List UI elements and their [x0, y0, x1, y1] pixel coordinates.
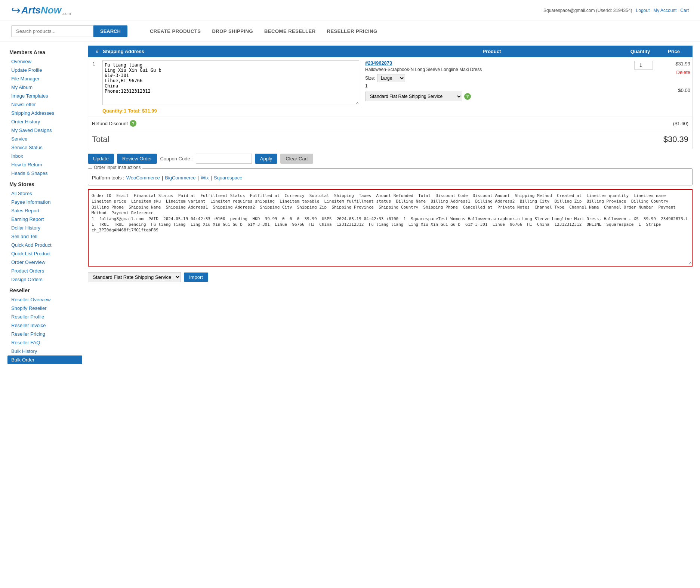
sidebar-item-quick-list-product[interactable]: Quick List Product	[7, 249, 82, 258]
sidebar-item-all-stores[interactable]: All Stores	[7, 189, 82, 198]
logo: ↪ Arts Now .com	[11, 4, 71, 17]
sidebar-item-reseller-profile[interactable]: Reseller Profile	[7, 313, 82, 321]
total-amount: $30.39	[663, 135, 688, 144]
sidebar-item-bulk-order[interactable]: Bulk Order	[7, 355, 82, 364]
sidebar-item-bulk-history[interactable]: Bulk History	[7, 347, 82, 355]
sidebar-item-order-history[interactable]: Order History	[7, 117, 82, 126]
item-price: $31.99	[675, 61, 690, 67]
logo-com-text: .com	[62, 11, 71, 16]
logout-link[interactable]: Logout	[636, 8, 650, 13]
platform-bigcommerce[interactable]: BigCommerce	[165, 175, 195, 181]
sidebar-item-payee-information[interactable]: Payee Information	[7, 198, 82, 206]
instructions-inner: Platform tools : WooCommerce | BigCommer…	[88, 170, 692, 185]
coupon-input[interactable]	[196, 154, 252, 164]
sidebar-item-file-manager[interactable]: File Manager	[7, 74, 82, 83]
sidebar-item-sales-report[interactable]: Sales Report	[7, 206, 82, 215]
size-row: Size: Large Small Medium XL	[365, 74, 622, 82]
size-select[interactable]: Large Small Medium XL	[377, 74, 405, 82]
nav-become-reseller[interactable]: BECOME RESELLER	[264, 28, 316, 34]
order-data-textarea[interactable]	[89, 190, 692, 265]
import-row: Standard Flat Rate Shipping Service Impo…	[88, 270, 693, 284]
sidebar-item-quick-add-product[interactable]: Quick Add Product	[7, 241, 82, 249]
sidebar-item-my-saved-designs[interactable]: My Saved Designs	[7, 126, 82, 135]
header-user-info: Squarespace@gmail.com (UserId: 3194354) …	[543, 8, 689, 13]
sidebar-item-heads-shapes[interactable]: Heads & Shapes	[7, 169, 82, 178]
my-account-link[interactable]: My Account	[653, 8, 676, 13]
sidebar-item-shipping-addresses[interactable]: Shipping Addresses	[7, 109, 82, 117]
sidebar-item-design-orders[interactable]: Design Orders	[7, 275, 82, 284]
sidebar-item-product-orders[interactable]: Product Orders	[7, 267, 82, 275]
sidebar-item-reseller-pricing[interactable]: Reseller Pricing	[7, 330, 82, 338]
instructions-box: Order Input Instructions Platform tools …	[88, 168, 693, 185]
size-label: Size:	[365, 76, 375, 81]
platform-label: Platform tools :	[92, 175, 124, 181]
sidebar-item-how-to-return[interactable]: How to Return	[7, 160, 82, 169]
order-data-box	[88, 189, 693, 267]
sidebar-item-overview[interactable]: Overview	[7, 57, 82, 66]
nav-create-products[interactable]: CREATE PRODUCTS	[150, 28, 201, 34]
product-name: Halloween-Scrapbook-N Long Sleeve Longli…	[365, 67, 622, 72]
shipping-service-select[interactable]: Standard Flat Rate Shipping Service Expr…	[365, 92, 462, 101]
quantity-input-cell	[625, 57, 662, 73]
sidebar-reseller-title: Reseller	[7, 287, 82, 293]
sidebar-item-shopify-reseller[interactable]: Shopify Reseller	[7, 304, 82, 313]
logo-now-text: Now	[41, 4, 61, 16]
shipping-service-row: Standard Flat Rate Shipping Service Expr…	[365, 92, 622, 101]
coupon-label: Coupon Code :	[160, 156, 192, 161]
sep-1: |	[162, 175, 163, 181]
apply-button[interactable]: Apply	[255, 154, 278, 164]
sidebar-item-reseller-overview[interactable]: Reseller Overview	[7, 295, 82, 304]
sidebar-item-reseller-invoice[interactable]: Reseller Invoice	[7, 321, 82, 330]
sidebar-item-newsletter[interactable]: NewsLetter	[7, 100, 82, 109]
sidebar-item-service[interactable]: Service	[7, 135, 82, 143]
nav-drop-shipping[interactable]: DROP SHIPPING	[212, 28, 253, 34]
sidebar-item-sell-and-tell[interactable]: Sell and Tell	[7, 232, 82, 241]
search-button[interactable]: SEARCH	[93, 25, 127, 37]
action-row: Update Review Order Coupon Code : Apply …	[88, 149, 693, 168]
review-order-button[interactable]: Review Order	[117, 154, 157, 164]
platform-wix[interactable]: Wix	[201, 175, 209, 181]
sep-3: |	[211, 175, 212, 181]
sidebar-item-dollar-history[interactable]: Dollar History	[7, 224, 82, 232]
nav-reseller-pricing[interactable]: RESELLER PRICING	[327, 28, 377, 34]
user-email: Squarespace@gmail.com (UserId: 3194354)	[543, 8, 632, 13]
address-textarea[interactable]: Fu liang liang Ling Xiu Xin Gui Gu b 61#…	[102, 60, 359, 105]
col-number: #	[92, 49, 103, 54]
shipping-help-icon[interactable]: ?	[464, 93, 471, 100]
import-button[interactable]: Import	[184, 273, 208, 282]
search-bar: SEARCH CREATE PRODUCTS DROP SHIPPING BEC…	[0, 21, 700, 42]
sidebar-item-inbox[interactable]: Inbox	[7, 152, 82, 160]
search-input[interactable]	[11, 25, 93, 37]
order-number: 1	[88, 57, 99, 70]
quantity-display: 1	[365, 83, 622, 89]
logo-swoosh-icon: ↪	[11, 4, 21, 17]
platform-woocommerce[interactable]: WooCommerce	[126, 175, 160, 181]
sidebar-item-reseller-faq[interactable]: Reseller FAQ	[7, 338, 82, 347]
refund-amount: ($1.60)	[673, 121, 688, 126]
sidebar-item-image-templates[interactable]: Image Templates	[7, 92, 82, 100]
product-link[interactable]: #234962873	[365, 60, 392, 66]
quantity-total: Quantity:1 Total: $31.99	[102, 108, 359, 114]
shipping-price: $0.00	[678, 87, 690, 93]
delete-button[interactable]: Delete	[676, 70, 690, 75]
sidebar-item-update-profile[interactable]: Update Profile	[7, 66, 82, 74]
update-button[interactable]: Update	[88, 154, 114, 164]
cart-link[interactable]: Cart	[680, 8, 689, 13]
col-product: Product	[362, 49, 622, 54]
clear-cart-button[interactable]: Clear Cart	[280, 154, 313, 164]
sidebar-item-service-status[interactable]: Service Status	[7, 143, 82, 152]
main-layout: Members Area Overview Update Profile Fil…	[0, 42, 700, 368]
refund-help-icon[interactable]: ?	[130, 120, 136, 127]
sidebar-my-stores-title: My Stores	[7, 181, 82, 187]
total-row: Total $30.39	[88, 130, 693, 149]
platform-row: Platform tools : WooCommerce | BigCommer…	[92, 175, 688, 181]
sidebar-item-order-overview[interactable]: Order Overview	[7, 258, 82, 267]
sidebar-item-my-album[interactable]: My Album	[7, 83, 82, 92]
shipping-address-cell: Fu liang liang Ling Xiu Xin Gui Gu b 61#…	[99, 57, 362, 117]
sidebar: Members Area Overview Update Profile Fil…	[7, 46, 82, 364]
import-service-select[interactable]: Standard Flat Rate Shipping Service	[88, 272, 181, 282]
sidebar-item-earning-report[interactable]: Earning Report	[7, 215, 82, 224]
order-row: 1 Fu liang liang Ling Xiu Xin Gui Gu b 6…	[88, 57, 693, 117]
platform-squarespace[interactable]: Squarespace	[214, 175, 243, 181]
quantity-input[interactable]	[634, 61, 653, 70]
